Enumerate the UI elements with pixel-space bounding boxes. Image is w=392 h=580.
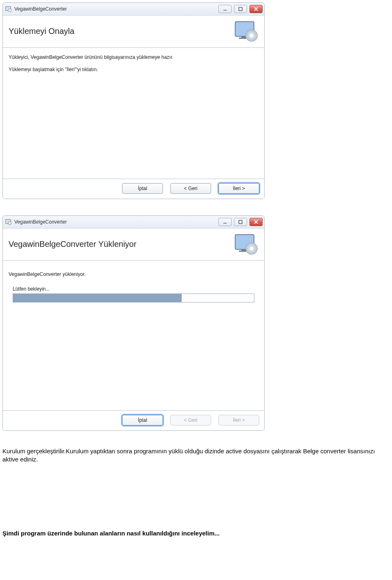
header-area: Yüklemeyi Onayla	[3, 16, 264, 48]
doc-paragraph-1: Kurulum gerçekleştirilir.Kurulum yaptıkt…	[2, 447, 390, 464]
titlebar: VegawinBelgeConverter	[3, 216, 264, 228]
minimize-button[interactable]	[218, 5, 232, 13]
installer-graphic-icon	[234, 234, 257, 254]
svg-point-1	[8, 9, 11, 12]
content-area: VegawinBelgeConverter yükleniyor. Lütfen…	[3, 261, 264, 410]
close-button[interactable]	[249, 5, 263, 13]
window-buttons	[218, 218, 263, 226]
button-bar: İptal < Geri İleri >	[3, 179, 264, 199]
cancel-button[interactable]: İptal	[122, 183, 163, 194]
back-button: < Geri	[170, 415, 211, 425]
back-button[interactable]: < Geri	[170, 183, 211, 194]
installer-graphic-icon	[234, 21, 257, 41]
progress-fill	[13, 294, 182, 302]
maximize-button[interactable]	[234, 218, 247, 226]
instruction-text: Yüklemeyi başlatmak için "İleri"'yi tıkl…	[9, 67, 258, 72]
close-button[interactable]	[249, 218, 263, 226]
button-bar: İptal < Geri İleri >	[3, 410, 264, 430]
svg-rect-9	[239, 220, 242, 224]
progress-bar	[13, 293, 254, 302]
ready-text: Yükleyici, VegawinBelgeConverter ürününü…	[9, 54, 258, 60]
maximize-button[interactable]	[234, 5, 247, 13]
next-button[interactable]: İleri >	[218, 183, 259, 194]
window-title: VegawinBelgeConverter	[14, 6, 218, 12]
page-title: VegawinBelgeConverter Yükleniyor	[7, 240, 234, 249]
content-area: Yükleyici, VegawinBelgeConverter ürününü…	[3, 48, 264, 179]
header-area: VegawinBelgeConverter Yükleniyor	[3, 228, 264, 261]
installing-text: VegawinBelgeConverter yükleniyor.	[9, 271, 258, 277]
cancel-button[interactable]: İptal	[122, 415, 163, 425]
page-title: Yüklemeyi Onayla	[7, 27, 234, 36]
installer-icon	[5, 6, 12, 12]
installer-window-confirm: VegawinBelgeConverter Yüklemeyi Onayla Y…	[2, 2, 265, 199]
svg-point-7	[8, 222, 11, 225]
minimize-button[interactable]	[218, 218, 232, 226]
installer-window-progress: VegawinBelgeConverter VegawinBelgeConver…	[2, 215, 265, 431]
next-button: İleri >	[218, 415, 259, 425]
doc-paragraph-2: Şimdi program üzerinde bulunan alanların…	[2, 529, 390, 537]
window-buttons	[218, 5, 263, 13]
progress-label: Lütfen bekleyin...	[13, 286, 254, 292]
installer-icon	[5, 219, 12, 225]
window-title: VegawinBelgeConverter	[14, 219, 218, 225]
svg-rect-3	[239, 7, 242, 11]
titlebar: VegawinBelgeConverter	[3, 3, 264, 16]
